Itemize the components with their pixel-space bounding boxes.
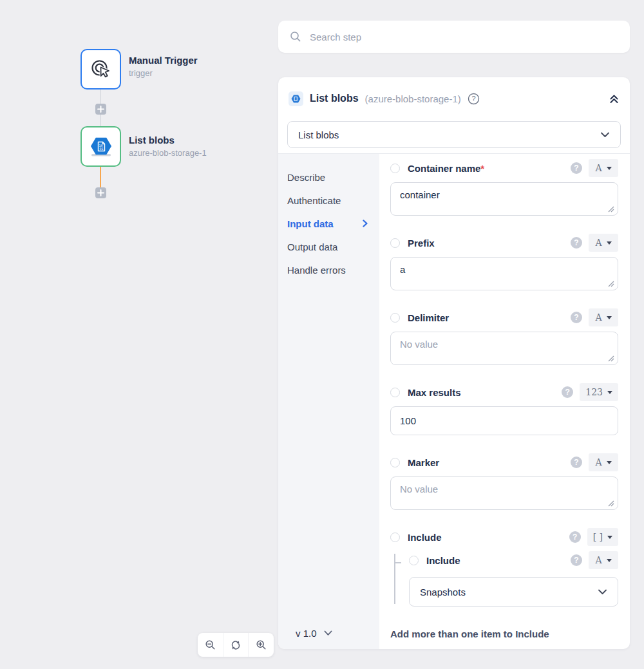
subnav-item-describe[interactable]: Describe: [278, 165, 379, 189]
marker-textarea[interactable]: No value: [390, 476, 618, 510]
prefix-textarea[interactable]: a: [390, 257, 618, 290]
zoom-in-button[interactable]: [248, 633, 274, 657]
field-max-results: Max results ? 123 100: [390, 383, 618, 435]
chevron-down-icon: [607, 559, 612, 562]
type-selector-string[interactable]: A: [589, 551, 618, 569]
help-icon[interactable]: ?: [571, 554, 582, 566]
type-selector-string[interactable]: A: [589, 308, 618, 326]
node-subtitle: trigger: [129, 68, 198, 78]
field-radio[interactable]: [390, 388, 400, 397]
zoom-reset-button[interactable]: [223, 633, 249, 657]
field-radio[interactable]: [409, 556, 419, 565]
collapse-panel-icon[interactable]: [609, 93, 620, 104]
chevron-down-icon: [607, 391, 612, 394]
search-icon: [290, 31, 301, 42]
panel-instance-name: (azure-blob-storage-1): [365, 93, 461, 104]
field-radio[interactable]: [390, 313, 400, 323]
resize-handle[interactable]: [608, 355, 614, 362]
field-value: 100: [400, 415, 416, 426]
svg-text:?: ?: [471, 95, 475, 102]
step-properties-panel: List blobs (azure-blob-storage-1) ? List…: [278, 77, 630, 649]
chevron-down-icon: [598, 589, 607, 595]
field-label: Include: [426, 555, 460, 566]
help-icon[interactable]: ?: [571, 237, 582, 249]
search-placeholder: Search step: [310, 32, 361, 42]
panel-title: List blobs: [310, 93, 359, 104]
help-icon[interactable]: ?: [571, 162, 582, 174]
field-radio[interactable]: [390, 532, 400, 542]
manual-trigger-label: Manual Trigger trigger: [129, 55, 198, 78]
search-step-input[interactable]: Search step: [278, 21, 630, 53]
field-value: a: [400, 264, 405, 275]
chevron-down-icon: [324, 630, 332, 636]
manual-trigger-node[interactable]: [80, 49, 121, 90]
delimiter-textarea[interactable]: No value: [390, 332, 618, 365]
field-label: Max results: [408, 387, 461, 398]
chevron-down-icon: [607, 536, 612, 539]
subnav-item-output-data[interactable]: Output data: [278, 235, 379, 258]
subnav-item-input-data[interactable]: Input data: [278, 212, 379, 235]
field-delimiter: Delimiter ? A No value: [390, 308, 618, 365]
required-asterisk: *: [480, 163, 484, 174]
svg-text:01: 01: [99, 147, 103, 151]
field-radio[interactable]: [390, 458, 400, 467]
tree-line: [394, 554, 395, 604]
panel-subnav: Describe Authenticate Input data Output …: [278, 154, 379, 649]
add-more-items-hint: Add more than one item to Include: [390, 628, 618, 639]
resize-handle[interactable]: [608, 206, 614, 212]
add-step-button[interactable]: [95, 104, 106, 115]
field-marker: Marker ? A No value: [390, 453, 618, 510]
chevron-down-icon: [607, 167, 612, 170]
help-icon[interactable]: ?: [562, 386, 573, 398]
field-label: Container name*: [408, 163, 484, 174]
type-selector-string[interactable]: A: [589, 453, 618, 471]
header-help-icon[interactable]: ?: [468, 93, 480, 105]
zoom-out-button[interactable]: [198, 633, 223, 657]
field-radio[interactable]: [390, 164, 400, 173]
chevron-down-icon: [607, 461, 612, 464]
resize-handle[interactable]: [608, 281, 614, 287]
refresh-icon: [230, 639, 242, 651]
include-select[interactable]: Snapshots: [409, 577, 618, 607]
field-label: Marker: [408, 457, 439, 468]
field-container-name: Container name* ? A container: [390, 159, 618, 216]
list-blobs-label: List blobs azure-blob-storage-1: [129, 135, 207, 158]
chevron-down-icon: [607, 316, 612, 319]
node-subtitle: azure-blob-storage-1: [129, 148, 207, 158]
field-include: Include ? [ ] Include ?: [390, 528, 618, 607]
version-label: v 1.0: [296, 628, 317, 639]
operation-value: List blobs: [298, 129, 339, 140]
connector-line-orange: [100, 167, 101, 187]
canvas-zoom-controls: [198, 633, 274, 657]
input-data-form: Container name* ? A container: [379, 154, 630, 649]
zoom-in-icon: [256, 639, 267, 650]
connector-version-select[interactable]: v 1.0: [296, 628, 332, 639]
field-radio[interactable]: [390, 238, 400, 248]
type-selector-array[interactable]: [ ]: [587, 528, 618, 546]
help-icon[interactable]: ?: [571, 457, 582, 468]
chevron-down-icon: [607, 241, 612, 245]
field-prefix: Prefix ? A a: [390, 234, 618, 290]
field-value: container: [400, 189, 440, 200]
help-icon[interactable]: ?: [571, 312, 582, 323]
field-label: Include: [408, 532, 442, 543]
container-name-textarea[interactable]: container: [390, 182, 618, 216]
type-selector-number[interactable]: 123: [580, 383, 618, 401]
list-blobs-node[interactable]: 10 01: [80, 126, 121, 167]
resize-handle[interactable]: [608, 500, 614, 507]
node-title: List blobs: [129, 135, 207, 146]
subnav-item-handle-errors[interactable]: Handle errors: [278, 258, 379, 281]
panel-header: List blobs (azure-blob-storage-1) ? List…: [278, 77, 630, 154]
field-label: Prefix: [408, 238, 435, 249]
type-selector-string[interactable]: A: [589, 234, 618, 252]
max-results-input[interactable]: 100: [390, 406, 618, 435]
operation-select[interactable]: List blobs: [287, 121, 621, 148]
field-value: Snapshots: [420, 587, 466, 598]
include-item-group: Include ? A Snapshots: [390, 551, 618, 607]
tree-line: [394, 562, 401, 563]
subnav-item-authenticate[interactable]: Authenticate: [278, 189, 379, 212]
help-icon[interactable]: ?: [569, 531, 581, 543]
add-step-button[interactable]: [95, 187, 106, 198]
type-selector-string[interactable]: A: [589, 159, 618, 177]
manual-trigger-icon: [90, 58, 113, 81]
